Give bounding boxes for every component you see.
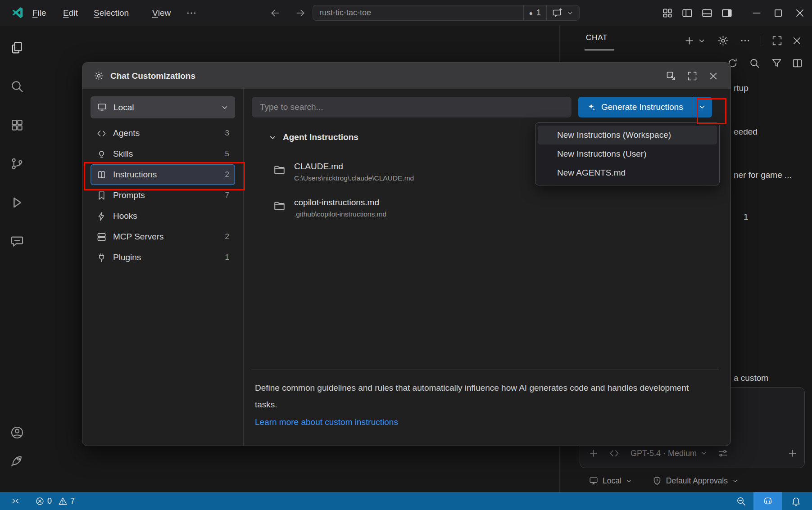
sidebar-item-hooks[interactable]: Hooks: [91, 206, 235, 226]
run-debug-icon[interactable]: [10, 195, 24, 210]
error-icon: [35, 496, 45, 506]
generate-instructions-label: Generate Instructions: [601, 102, 683, 112]
sidebar-item-mcp-servers[interactable]: MCP Servers 2: [91, 226, 235, 247]
chat-send-plus-icon[interactable]: [787, 448, 798, 459]
new-chat-dropdown-icon[interactable]: [698, 37, 706, 45]
chevron-down-icon: [698, 103, 706, 111]
item-count: 1: [225, 253, 229, 262]
sidebar-item-label: Prompts: [113, 190, 145, 200]
menu-item-new-agents-md[interactable]: New AGENTS.md: [538, 163, 717, 182]
sidebar-item-instructions[interactable]: Instructions 2: [91, 164, 235, 185]
add-context-icon[interactable]: [588, 448, 599, 459]
sidebar-item-prompts[interactable]: Prompts 7: [91, 185, 235, 206]
source-select[interactable]: Local: [91, 96, 235, 118]
lightbulb-icon: [96, 149, 107, 159]
dialog-sidebar: Local Agents 3 Skills 5: [82, 89, 244, 446]
approvals-picker[interactable]: Default Approvals: [666, 476, 728, 486]
tab-chat[interactable]: CHAT: [586, 33, 608, 42]
sidebar-item-label: Instructions: [113, 170, 157, 180]
menu-more-icon[interactable]: [186, 7, 197, 19]
window-maximize-icon[interactable]: [772, 7, 784, 19]
instruction-file-row[interactable]: copilot-instructions.md .github\copilot-…: [273, 197, 386, 219]
sidebar-item-skills[interactable]: Skills 5: [91, 144, 235, 164]
window-minimize-icon[interactable]: [751, 7, 762, 19]
search-icon[interactable]: [10, 79, 24, 94]
dialog-maximize-icon[interactable]: [687, 71, 698, 81]
chat-maximize-icon[interactable]: [771, 35, 783, 46]
model-settings-icon[interactable]: [717, 448, 728, 459]
file-path: C:\Users\nicktrog\.claude\CLAUDE.md: [294, 173, 414, 183]
menu-item-new-instructions-user[interactable]: New Instructions (User): [538, 144, 717, 163]
clipped-text-fragment: a custom: [734, 373, 768, 383]
menu-file[interactable]: File: [32, 0, 46, 26]
clipped-text-fragment: rtup: [734, 83, 748, 93]
item-count: 5: [225, 149, 229, 158]
chevron-down-icon: [567, 9, 574, 17]
navigate-forward-icon[interactable]: [295, 7, 306, 19]
chat-split-icon[interactable]: [792, 58, 803, 69]
source-control-icon[interactable]: [10, 157, 24, 171]
environment-picker[interactable]: Local: [603, 476, 621, 486]
customize-layout-icon[interactable]: [662, 7, 673, 19]
window-close-icon[interactable]: [794, 7, 806, 19]
menu-view[interactable]: View: [152, 0, 171, 26]
chat-settings-icon[interactable]: [717, 35, 729, 46]
separator: [761, 35, 761, 46]
server-icon: [96, 232, 107, 242]
accounts-icon[interactable]: [10, 425, 24, 440]
instruction-file-row[interactable]: CLAUDE.md C:\Users\nicktrog\.claude\CLAU…: [273, 161, 414, 183]
sidebar-item-label: Plugins: [113, 253, 141, 262]
dialog-close-icon[interactable]: [708, 71, 719, 81]
file-name: CLAUDE.md: [294, 161, 414, 172]
copilot-status[interactable]: [753, 492, 782, 510]
model-picker[interactable]: GPT-5.4 · Medium: [631, 449, 708, 458]
zoom-status-icon[interactable]: [736, 496, 746, 506]
command-center-chat[interactable]: [546, 5, 579, 20]
navigate-back-icon[interactable]: [269, 7, 281, 19]
copilot-icon: [762, 496, 773, 506]
chevron-down-icon: [700, 450, 708, 457]
chat-icon[interactable]: [10, 234, 24, 248]
sidebar-item-label: MCP Servers: [113, 232, 164, 242]
footer-divider: [252, 370, 719, 370]
search-input[interactable]: [252, 97, 572, 117]
toggle-primary-sidebar-icon[interactable]: [681, 7, 693, 19]
sidebar-item-agents[interactable]: Agents 3: [91, 123, 235, 144]
generate-instructions-button[interactable]: Generate Instructions: [578, 97, 692, 117]
open-in-editor-icon[interactable]: [666, 71, 676, 81]
agent-mode-icon[interactable]: [609, 448, 620, 459]
folder-icon: [273, 199, 286, 212]
model-picker-label: GPT-5.4 · Medium: [631, 449, 697, 458]
command-center[interactable]: rust-tic-tac-toe ● 1: [313, 5, 580, 21]
toggle-secondary-sidebar-icon[interactable]: [721, 7, 733, 19]
extensions-icon[interactable]: [10, 118, 24, 132]
chevron-down-icon: [732, 478, 739, 484]
notifications-bell-icon[interactable]: [791, 496, 801, 506]
sparkle-icon: [587, 103, 596, 112]
rocket-icon[interactable]: [10, 453, 24, 468]
toggle-panel-icon[interactable]: [701, 7, 713, 19]
new-chat-icon[interactable]: [684, 35, 695, 46]
section-collapse-icon[interactable]: [268, 133, 277, 142]
chat-search-icon[interactable]: [749, 58, 760, 69]
menu-edit[interactable]: Edit: [63, 0, 78, 26]
chat-more-icon[interactable]: [739, 35, 751, 46]
generate-instructions-dropdown-button[interactable]: [692, 97, 712, 117]
menu-selection[interactable]: Selection: [94, 0, 129, 26]
remote-window-icon[interactable]: [10, 496, 21, 506]
menu-item-new-instructions-workspace[interactable]: New Instructions (Workspace): [538, 126, 717, 144]
sidebar-item-label: Skills: [113, 149, 133, 159]
learn-more-link[interactable]: Learn more about custom instructions: [255, 417, 398, 427]
workspace-name: rust-tic-tac-toe: [319, 8, 523, 18]
command-center-badge[interactable]: ● 1: [523, 5, 546, 20]
chat-filter-icon[interactable]: [771, 58, 782, 69]
clipped-text-fragment: ner for game ...: [734, 170, 792, 180]
explorer-icon[interactable]: [10, 41, 24, 55]
tab-active-underline: [585, 50, 614, 50]
problems-status[interactable]: 0 7: [35, 496, 75, 506]
file-name: copilot-instructions.md: [294, 197, 386, 208]
chat-close-icon[interactable]: [791, 35, 803, 46]
bookmark-icon: [96, 190, 107, 201]
sidebar-item-plugins[interactable]: Plugins 1: [91, 247, 235, 268]
error-count: 0: [47, 496, 52, 506]
